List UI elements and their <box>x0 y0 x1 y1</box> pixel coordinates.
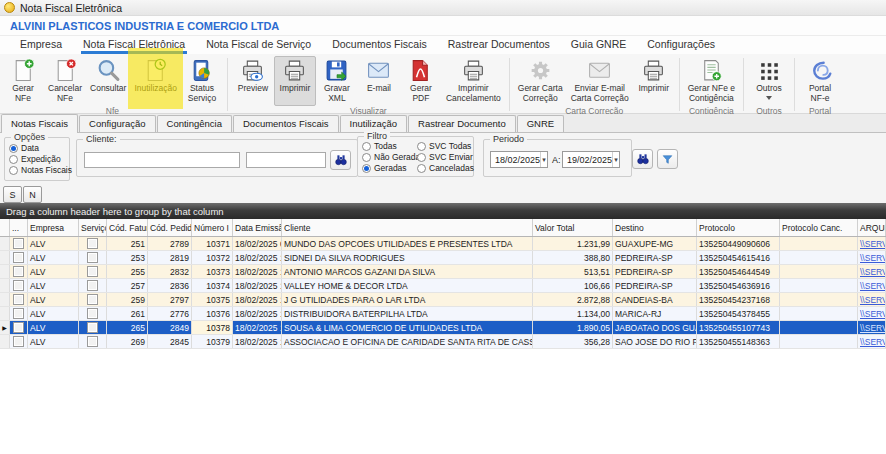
table-row[interactable]: ALV25127891037118/02/2025 08MUNDO DAS OP… <box>0 237 886 251</box>
cell-servico[interactable] <box>79 307 107 320</box>
checkbox[interactable] <box>13 322 24 333</box>
checkbox[interactable] <box>13 336 24 347</box>
tab-contingencia[interactable]: Contingência <box>157 115 232 132</box>
cell-arquivo[interactable]: \\SERVID <box>858 321 886 334</box>
cell-servico[interactable] <box>79 265 107 278</box>
table-row[interactable]: ALV25728361037418/02/2025 15VALLEY HOME … <box>0 279 886 293</box>
menu-tab-nota-fiscal-de-servico[interactable]: Nota Fiscal de Serviço <box>206 36 311 54</box>
radio-expedicao[interactable]: Expedição <box>9 154 69 164</box>
checkbox[interactable] <box>87 308 98 319</box>
n-button[interactable]: N <box>23 186 42 203</box>
outros-button[interactable]: Outros <box>748 56 790 106</box>
checkbox[interactable] <box>87 294 98 305</box>
email-button[interactable]: E-mail <box>358 56 400 106</box>
menu-tab-rastrear-documentos[interactable]: Rastrear Documentos <box>448 36 550 54</box>
enviar-email-carta-correcao-button[interactable]: Enviar E-mail Carta Correção <box>567 56 633 106</box>
cell-dots[interactable] <box>10 321 28 334</box>
filter-funnel-button[interactable] <box>657 149 678 169</box>
cell-dots[interactable] <box>10 335 28 348</box>
table-row[interactable]: ALV26127761037618/02/2025 16DISTRIBUIDOR… <box>0 307 886 321</box>
tab-inutilizacao[interactable]: Inutilização <box>340 115 408 132</box>
menu-tab-guia-gnre[interactable]: Guia GNRE <box>571 36 626 54</box>
gerar-pdf-button[interactable]: Gerar PDF <box>400 56 442 106</box>
column-header-cliente[interactable]: Cliente <box>282 219 533 236</box>
radio-svc-todas[interactable]: SVC Todas <box>417 141 471 151</box>
tab-rastrear-documento[interactable]: Rastrear Documento <box>408 115 516 132</box>
radio-notas-fiscais[interactable]: Notas Fiscais <box>9 165 69 175</box>
menu-tab-empresa[interactable]: Empresa <box>20 36 62 54</box>
checkbox[interactable] <box>87 238 98 249</box>
column-header-valor[interactable]: Valor Total <box>533 219 613 236</box>
cell-dots[interactable] <box>10 251 28 264</box>
checkbox[interactable] <box>87 336 98 347</box>
tab-gnre[interactable]: GNRE <box>517 115 564 132</box>
checkbox[interactable] <box>13 266 24 277</box>
preview-button[interactable]: Preview <box>232 56 274 106</box>
arquivo-link[interactable]: \\SERVID <box>860 295 886 305</box>
arquivo-link[interactable]: \\SERVID <box>860 267 886 277</box>
checkbox[interactable] <box>13 308 24 319</box>
checkbox[interactable] <box>13 280 24 291</box>
column-header-protocolo[interactable]: Protocolo <box>697 219 780 236</box>
cell-servico[interactable] <box>79 279 107 292</box>
gerar-nfe-button[interactable]: Gerar NFe <box>2 56 44 106</box>
arquivo-link[interactable]: \\SERVID <box>860 337 886 347</box>
table-row[interactable]: ALV25927971037518/02/2025 15J G UTILIDAD… <box>0 293 886 307</box>
column-header-emissao[interactable]: Data Emissão <box>233 219 282 236</box>
cell-dots[interactable] <box>10 265 28 278</box>
checkbox[interactable] <box>13 294 24 305</box>
column-header-arquivo[interactable]: ARQUIVO <box>858 219 886 236</box>
column-header-protocolo_canc[interactable]: Protocolo Canc. <box>780 219 858 236</box>
gravar-xml-button[interactable]: Gravar XML <box>316 56 358 106</box>
column-header-dots[interactable]: ... <box>10 219 28 236</box>
radio-nao-geradas[interactable]: Não Geradas <box>362 152 413 162</box>
cell-dots[interactable] <box>10 293 28 306</box>
column-header-pedido[interactable]: Cód. Pedido <box>148 219 192 236</box>
cell-arquivo[interactable]: \\SERVID <box>858 279 886 292</box>
cliente-code-input[interactable] <box>84 152 240 168</box>
checkbox[interactable] <box>13 252 24 263</box>
tab-configuracao[interactable]: Configuração <box>79 115 156 132</box>
imprimir-cancelamento-button[interactable]: Imprimir Cancelamento <box>442 56 505 106</box>
period-search-button[interactable] <box>632 149 653 169</box>
checkbox[interactable] <box>13 238 24 249</box>
cell-servico[interactable] <box>79 251 107 264</box>
column-header-fatura[interactable]: Cód. Fatura <box>107 219 148 236</box>
column-header-destino[interactable]: Destino <box>613 219 697 236</box>
radio-todas[interactable]: Todas <box>362 141 413 151</box>
group-by-bar[interactable]: Drag a column header here to group by th… <box>0 203 886 219</box>
cell-dots[interactable] <box>10 237 28 250</box>
status-servico-button[interactable]: Status Serviço <box>181 56 223 106</box>
cell-servico[interactable] <box>79 237 107 250</box>
cliente-name-input[interactable] <box>246 152 326 168</box>
arquivo-link[interactable]: \\SERVID <box>860 239 886 249</box>
cell-arquivo[interactable]: \\SERVID <box>858 237 886 250</box>
radio-svc-enviar[interactable]: SVC Enviar <box>417 152 471 162</box>
s-button[interactable]: S <box>3 186 22 203</box>
consultar-button[interactable]: Consultar <box>86 56 130 106</box>
cell-servico[interactable] <box>79 321 107 334</box>
table-row[interactable]: ALV26928451037918/02/2025 17ASSOCIACAO E… <box>0 335 886 349</box>
radio-canceladas[interactable]: Canceladas <box>417 163 471 173</box>
arquivo-link[interactable]: \\SERVID <box>860 281 886 291</box>
cell-arquivo[interactable]: \\SERVID <box>858 265 886 278</box>
table-row[interactable]: ALV25328191037218/02/2025 15SIDNEI DA SI… <box>0 251 886 265</box>
gerar-nfe-contigencia-button[interactable]: Gerar NFe e Contigência <box>684 56 739 106</box>
checkbox[interactable] <box>87 266 98 277</box>
cell-arquivo[interactable]: \\SERVID <box>858 335 886 348</box>
checkbox[interactable] <box>87 252 98 263</box>
period-from-select[interactable]: 18/02/2025 ▾ <box>490 151 548 168</box>
cell-arquivo[interactable]: \\SERVID <box>858 251 886 264</box>
checkbox[interactable] <box>87 280 98 291</box>
cell-servico[interactable] <box>79 293 107 306</box>
menu-tab-configuracoes[interactable]: Configurações <box>647 36 715 54</box>
cell-arquivo[interactable]: \\SERVID <box>858 293 886 306</box>
menu-tab-nota-fiscal-eletronica[interactable]: Nota Fiscal Eletrônica <box>83 36 185 54</box>
imprimir-button[interactable]: Imprimir <box>274 56 316 106</box>
cancelar-nfe-button[interactable]: Cancelar NFe <box>44 56 86 106</box>
arquivo-link[interactable]: \\SERVID <box>860 253 886 263</box>
column-header-numero[interactable]: Número I▲ <box>192 219 233 236</box>
cell-dots[interactable] <box>10 307 28 320</box>
period-to-select[interactable]: 19/02/2025 ▾ <box>562 151 620 168</box>
cell-servico[interactable] <box>79 335 107 348</box>
